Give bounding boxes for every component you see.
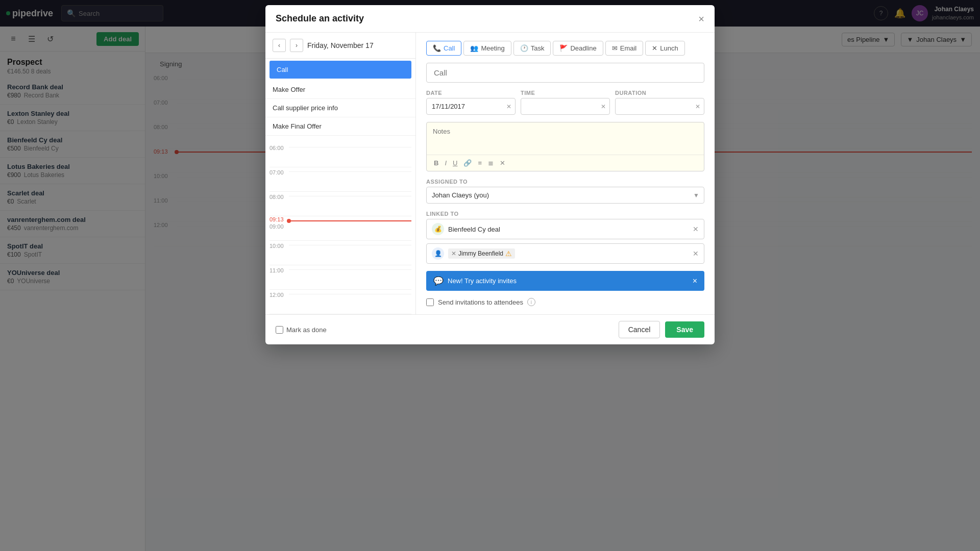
info-icon[interactable]: i — [527, 298, 535, 306]
link-button[interactable]: 🔗 — [461, 158, 474, 168]
assigned-to-label: ASSIGNED TO — [426, 179, 704, 185]
linked-to-section: LINKED TO 💰 Bienfeeld Cy deal ✕ 👤 ✕ Jimm… — [426, 211, 704, 264]
activity-type-meeting[interactable]: 👥Meeting — [463, 41, 511, 56]
notes-area: B I U 🔗 ≡ ≣ ✕ — [426, 122, 704, 171]
deadline-type-icon: 🚩 — [559, 44, 568, 52]
mark-done-label: Mark as done — [286, 326, 327, 334]
meeting-type-icon: 👥 — [470, 44, 478, 52]
prev-date-button[interactable]: ‹ — [273, 39, 286, 52]
mark-done-wrap: Mark as done — [276, 326, 327, 334]
invite-row: Send invitations to attendees i — [426, 298, 704, 306]
unordered-list-button[interactable]: ≡ — [476, 158, 484, 168]
linked-to-label: LINKED TO — [426, 211, 704, 217]
banner-close-button[interactable]: × — [693, 277, 697, 286]
list-item[interactable]: Call supplier price info — [265, 99, 415, 117]
time-slot: 09:13 09:00 — [270, 216, 411, 241]
duration-label-text: DURATION — [615, 90, 704, 96]
linked-deal-name: Bienfeeld Cy deal — [448, 226, 693, 233]
modal-header: Schedule an activity × — [265, 5, 715, 33]
underline-button[interactable]: U — [451, 158, 459, 168]
italic-button[interactable]: I — [443, 158, 449, 168]
date-field: DATE ✕ — [426, 90, 516, 115]
invite-label: Send invitations to attendees — [438, 298, 523, 306]
time-input[interactable] — [521, 98, 610, 115]
activity-type-call[interactable]: 📞Call — [426, 41, 461, 56]
date-input[interactable] — [426, 98, 516, 115]
email-type-icon: ✉ — [612, 44, 618, 52]
modal-right-panel: 📞Call👥Meeting🕐Task🚩Deadline✉Email✕Lunch … — [416, 33, 715, 314]
time-slot: 11:00 — [270, 265, 411, 290]
date-label-text: DATE — [426, 90, 516, 96]
save-button[interactable]: Save — [665, 321, 704, 338]
activity-type-deadline[interactable]: 🚩Deadline — [553, 41, 603, 56]
activity-type-task[interactable]: 🕐Task — [513, 41, 551, 56]
activity-list: CallMake OfferCall supplier price infoMa… — [265, 59, 415, 143]
schedule-activity-modal: Schedule an activity × ‹ › Friday, Novem… — [265, 5, 715, 344]
ordered-list-button[interactable]: ≣ — [486, 158, 496, 168]
modal-close-button[interactable]: × — [698, 14, 704, 24]
time-slot: 10:00 — [270, 241, 411, 265]
task-type-icon: 🕐 — [520, 44, 528, 52]
current-time-label: 09:13 — [270, 216, 289, 222]
modal-title: Schedule an activity — [276, 13, 364, 24]
date-label: Friday, November 17 — [307, 41, 408, 49]
linked-deal-item: 💰 Bienfeeld Cy deal ✕ — [426, 219, 704, 239]
modal-body: ‹ › Friday, November 17 CallMake OfferCa… — [265, 33, 715, 314]
time-slot: 08:00 — [270, 192, 411, 216]
person-icon: 👤 — [432, 247, 444, 260]
date-nav: ‹ › Friday, November 17 — [265, 33, 415, 59]
time-clear-icon[interactable]: ✕ — [601, 103, 606, 110]
notes-textarea[interactable] — [427, 122, 704, 153]
activity-type-tabs: 📞Call👥Meeting🕐Task🚩Deadline✉Email✕Lunch — [426, 41, 704, 56]
date-clear-icon[interactable]: ✕ — [506, 103, 511, 110]
call-type-icon: 📞 — [433, 44, 441, 52]
time-field: TIME ✕ — [521, 90, 610, 115]
linked-person-item: 👤 ✕ Jimmy Beenfield ⚠ ✕ — [426, 243, 704, 264]
deal-icon: 💰 — [432, 223, 444, 235]
banner-icon: 💬 — [433, 276, 444, 286]
modal-footer: Mark as done Cancel Save — [265, 314, 715, 344]
duration-input[interactable] — [615, 98, 704, 115]
current-time-dot — [287, 219, 291, 223]
linked-person-text: ✕ Jimmy Beenfield ⚠ — [448, 248, 693, 259]
lunch-type-icon: ✕ — [652, 44, 657, 52]
assigned-to-select[interactable]: Johan Claeys (you) — [426, 187, 704, 204]
duration-field: DURATION ✕ — [615, 90, 704, 115]
time-slot: 12:00 — [270, 290, 411, 314]
warning-icon: ⚠ — [505, 249, 512, 258]
duration-clear-icon[interactable]: ✕ — [695, 103, 700, 110]
tag-remove-icon[interactable]: ✕ — [451, 250, 456, 257]
time-slot: 06:00 — [270, 143, 411, 167]
modal-overlay[interactable]: Schedule an activity × ‹ › Friday, Novem… — [0, 0, 980, 551]
modal-time-grid: 06:00 07:00 08:00 09:13 09:00 — [265, 143, 415, 314]
clear-format-button[interactable]: ✕ — [498, 158, 507, 168]
modal-left-panel: ‹ › Friday, November 17 CallMake OfferCa… — [265, 33, 416, 314]
cancel-button[interactable]: Cancel — [619, 321, 660, 338]
remove-deal-button[interactable]: ✕ — [693, 225, 699, 233]
activity-type-lunch[interactable]: ✕Lunch — [645, 41, 684, 56]
activity-title-input[interactable] — [426, 63, 704, 83]
send-invitations-checkbox[interactable] — [426, 298, 434, 306]
list-item[interactable]: Make Offer — [265, 81, 415, 99]
remove-person-button[interactable]: ✕ — [693, 249, 699, 258]
activity-type-email[interactable]: ✉Email — [605, 41, 644, 56]
person-name: Jimmy Beenfield — [458, 250, 503, 257]
bold-button[interactable]: B — [432, 158, 440, 168]
date-time-duration-row: DATE ✕ TIME ✕ DURATION — [426, 90, 704, 115]
assigned-to-section: ASSIGNED TO Johan Claeys (you) ▼ — [426, 179, 704, 204]
banner-text: New! Try activity invites — [448, 277, 517, 285]
tooltip-banner: 💬 New! Try activity invites × — [426, 271, 704, 291]
time-slot: 07:00 — [270, 167, 411, 192]
notes-toolbar: B I U 🔗 ≡ ≣ ✕ — [427, 155, 704, 171]
mark-done-checkbox[interactable] — [276, 326, 283, 334]
next-date-button[interactable]: › — [290, 39, 303, 52]
person-tag: ✕ Jimmy Beenfield ⚠ — [448, 248, 515, 259]
list-item[interactable]: Call — [270, 61, 411, 79]
list-item[interactable]: Make Final Offer — [265, 117, 415, 136]
time-label-text: TIME — [521, 90, 610, 96]
